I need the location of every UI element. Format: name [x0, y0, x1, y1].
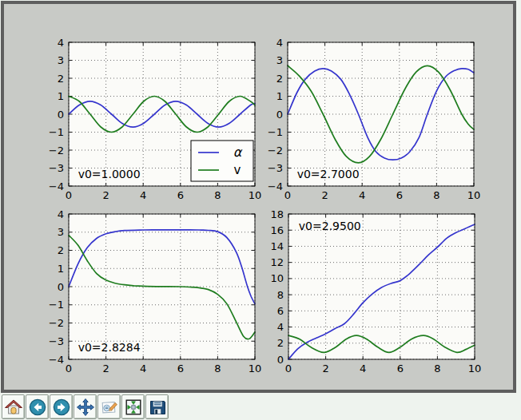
save-icon [148, 398, 167, 417]
y-tick-label: 8 [277, 289, 284, 301]
toolbar-button-pan[interactable] [74, 394, 97, 419]
y-tick-label: −1 [268, 126, 283, 138]
y-tick-label: −4 [49, 180, 64, 192]
y-tick-label: −2 [268, 145, 283, 157]
x-tick-label: 8 [434, 363, 440, 374]
figure-canvas[interactable]: 0246810−4−3−2−101234v0=1.0000αv0246810−4… [1, 1, 516, 393]
edit-parameters-icon [100, 398, 119, 417]
y-tick-label: 1 [58, 90, 64, 102]
y-tick-label: 3 [58, 54, 64, 66]
y-tick-label: 2 [58, 244, 64, 256]
toolbar-button-back[interactable] [26, 394, 49, 419]
y-tick-label: 3 [58, 226, 64, 238]
y-tick-label: 2 [276, 73, 283, 85]
y-tick-label: 2 [277, 337, 284, 349]
x-tick-label: 0 [66, 363, 72, 374]
x-tick-label: 2 [321, 189, 328, 201]
legend-label: v [234, 163, 241, 177]
x-tick-label: 10 [249, 363, 262, 374]
x-tick-label: 8 [214, 363, 221, 374]
x-tick-label: 2 [102, 189, 109, 201]
forward-icon [52, 398, 71, 417]
y-tick-label: 0 [277, 354, 284, 366]
annotation-text: v0=2.7000 [297, 168, 360, 180]
x-tick-label: 10 [467, 189, 481, 201]
x-tick-label: 6 [177, 189, 184, 201]
y-tick-label: 14 [270, 240, 284, 252]
y-tick-label: −4 [49, 354, 64, 366]
x-tick-label: 6 [396, 189, 403, 201]
back-icon [28, 398, 47, 417]
y-tick-label: 6 [277, 305, 284, 317]
x-tick-label: 4 [360, 363, 366, 374]
x-tick-label: 8 [433, 189, 439, 201]
y-tick-label: 10 [270, 272, 284, 284]
y-tick-label: −1 [49, 299, 64, 311]
x-tick-label: 4 [140, 189, 146, 201]
toolbar-button-configure-subplots[interactable] [121, 394, 145, 419]
toolbar-button-forward[interactable] [50, 394, 73, 419]
annotation-text: v0=2.8284 [78, 341, 141, 354]
subplot-top-left: 0246810−4−3−2−101234v0=1.0000αv [42, 38, 263, 204]
toolbar-button-save[interactable] [145, 394, 169, 419]
configure-subplots-icon [124, 398, 143, 417]
y-tick-label: 4 [58, 37, 64, 49]
x-tick-label: 2 [322, 363, 328, 374]
y-tick-label: 1 [276, 90, 283, 102]
annotation-text: v0=1.0000 [78, 168, 141, 180]
home-icon [4, 398, 23, 417]
x-tick-label: 8 [214, 189, 221, 201]
y-tick-label: −2 [49, 317, 64, 329]
subplot-bottom-right: 0246810024681012141618v0=2.9500 [261, 209, 483, 377]
y-tick-label: 4 [276, 37, 283, 49]
y-tick-label: −3 [49, 335, 64, 347]
y-tick-label: 0 [276, 109, 283, 121]
y-tick-label: 0 [58, 109, 64, 121]
x-tick-label: 6 [177, 363, 184, 374]
x-tick-label: 2 [102, 363, 109, 374]
subplot-top-right: 0246810−4−3−2−101234v0=2.7000 [260, 38, 482, 204]
plot-toolbar [0, 394, 521, 420]
x-tick-label: 4 [359, 189, 365, 201]
y-tick-label: 1 [58, 263, 64, 275]
y-tick-label: 16 [270, 224, 284, 236]
pan-icon [76, 398, 95, 417]
x-tick-label: 6 [397, 363, 404, 374]
x-tick-label: 4 [140, 363, 146, 374]
y-tick-label: 4 [58, 208, 64, 220]
x-tick-label: 0 [66, 189, 72, 201]
toolbar-button-edit-parameters[interactable] [97, 394, 121, 419]
y-tick-label: −3 [49, 162, 64, 174]
y-tick-label: 12 [270, 256, 284, 268]
legend-label: α [233, 145, 243, 160]
y-tick-label: 0 [58, 281, 64, 293]
y-tick-label: −2 [49, 145, 64, 157]
toolbar-button-home[interactable] [2, 394, 25, 419]
x-tick-label: 10 [468, 363, 482, 374]
y-tick-label: −1 [49, 126, 64, 138]
y-tick-label: 2 [58, 73, 64, 85]
y-tick-label: 3 [276, 54, 283, 66]
y-tick-label: 18 [270, 208, 284, 220]
x-tick-label: 0 [284, 189, 291, 201]
legend-box [191, 141, 253, 181]
y-tick-label: −3 [268, 162, 283, 174]
annotation-text: v0=2.9500 [299, 220, 361, 232]
y-tick-label: −4 [268, 180, 283, 192]
y-tick-label: 4 [277, 321, 284, 333]
x-tick-label: 0 [285, 363, 292, 374]
x-tick-label: 10 [249, 189, 262, 201]
subplot-bottom-left: 0246810−4−3−2−101234v0=2.8284 [42, 209, 263, 377]
